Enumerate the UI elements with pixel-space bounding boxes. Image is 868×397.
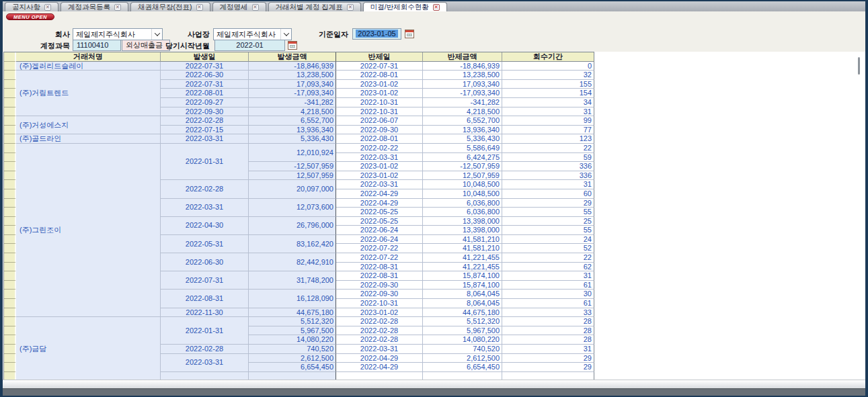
cell-settlement-amount[interactable]: 5,336,430 <box>423 134 502 144</box>
cell-occurrence-amount[interactable]: 83,162,420 <box>249 235 336 253</box>
row-selector[interactable] <box>4 345 16 354</box>
cell-collection-days[interactable]: 22 <box>502 144 594 153</box>
cell-occurrence-amount[interactable]: -12,507,959 <box>249 162 336 171</box>
cell-settlement-amount[interactable]: 44,675,180 <box>423 308 502 318</box>
cell-occurrence-date[interactable]: 2022-07-31 <box>161 80 249 89</box>
row-selector[interactable] <box>4 162 16 171</box>
cell-collection-days[interactable]: 52 <box>502 244 594 253</box>
row-selector[interactable] <box>4 235 16 245</box>
row-selector[interactable] <box>4 134 16 144</box>
cell-occurrence-date[interactable]: 2022-06-30 <box>161 71 249 80</box>
chevron-down-icon[interactable] <box>280 29 291 40</box>
row-selector[interactable] <box>4 271 16 281</box>
row-selector[interactable] <box>4 153 16 163</box>
cell-settlement-date[interactable]: 2022-07-22 <box>336 244 423 253</box>
cell-settlement-amount[interactable]: 41,581,210 <box>423 244 502 253</box>
row-selector[interactable] <box>4 281 16 290</box>
row-selector[interactable] <box>4 299 16 308</box>
cell-occurrence-date[interactable]: 2022-01-31 <box>161 144 249 180</box>
tab-close-icon[interactable]: ✕ <box>433 4 440 11</box>
cell-occurrence-amount[interactable]: 2,612,500 <box>249 354 336 363</box>
row-selector[interactable] <box>4 290 16 299</box>
cell-settlement-date[interactable]: 2022-09-30 <box>336 281 423 290</box>
row-selector[interactable] <box>4 171 16 181</box>
cell-settlement-amount[interactable]: 13,398,000 <box>423 226 502 235</box>
cell-collection-days[interactable]: 31 <box>502 345 594 354</box>
cell-settlement-amount[interactable]: 12,507,959 <box>423 171 502 181</box>
row-selector[interactable] <box>4 253 16 263</box>
cell-collection-days[interactable]: 123 <box>502 134 594 144</box>
cell-settlement-amount[interactable]: 13,398,000 <box>423 217 502 226</box>
cell-occurrence-amount[interactable]: 5,967,500 <box>249 326 336 336</box>
cell-settlement-date[interactable]: 2022-08-01 <box>336 134 423 144</box>
cell-collection-days[interactable]: 28 <box>502 335 594 345</box>
cell-collection-days[interactable]: 99 <box>502 116 594 126</box>
cell-customer-name[interactable]: (주)겔러리드슬레이 <box>16 62 161 71</box>
row-selector[interactable] <box>4 363 16 372</box>
cell-occurrence-amount[interactable]: 12,507,959 <box>249 171 336 181</box>
tab-close-icon[interactable]: ✕ <box>44 4 51 11</box>
cell-settlement-date[interactable]: 2022-03-31 <box>336 153 423 163</box>
tab-close-icon[interactable]: ✕ <box>347 4 354 11</box>
cell-settlement-amount[interactable]: 10,048,500 <box>423 180 502 189</box>
row-selector[interactable] <box>4 62 16 71</box>
cell-collection-days[interactable]: 336 <box>502 171 594 181</box>
calendar-icon[interactable] <box>405 30 414 38</box>
menu-open-button[interactable]: MENU OPEN <box>6 13 54 20</box>
row-selector[interactable] <box>4 180 16 189</box>
row-selector[interactable] <box>4 199 16 208</box>
cell-collection-days[interactable]: 55 <box>502 226 594 235</box>
row-selector[interactable] <box>4 189 16 199</box>
vertical-scrollbar[interactable] <box>858 57 860 75</box>
cell-occurrence-amount[interactable] <box>249 372 336 380</box>
cell-settlement-amount[interactable]: 6,654,450 <box>423 363 502 372</box>
cell-settlement-amount[interactable]: 5,586,649 <box>423 144 502 153</box>
cell-collection-days[interactable] <box>502 372 594 380</box>
cell-occurrence-amount[interactable]: 5,512,320 <box>249 317 336 326</box>
cell-occurrence-amount[interactable]: 13,238,500 <box>249 71 336 80</box>
cell-occurrence-date[interactable]: 2022-03-31 <box>161 354 249 372</box>
cell-settlement-amount[interactable]: 15,874,100 <box>423 271 502 281</box>
cell-settlement-date[interactable]: 2022-07-22 <box>336 253 423 263</box>
cell-settlement-date[interactable]: 2022-02-22 <box>336 144 423 153</box>
cell-settlement-amount[interactable]: 4,218,500 <box>423 107 502 117</box>
cell-occurrence-amount[interactable]: 14,080,220 <box>249 335 336 345</box>
cell-settlement-date[interactable]: 2022-09-30 <box>336 126 423 135</box>
cell-settlement-date[interactable]: 2022-10-31 <box>336 98 423 107</box>
row-selector[interactable] <box>4 354 16 363</box>
cell-settlement-amount[interactable]: 41,581,210 <box>423 235 502 245</box>
horizontal-scrollbar[interactable] <box>3 380 865 388</box>
tab-4[interactable]: 계정명세✕ <box>212 2 266 11</box>
cell-occurrence-amount[interactable]: 26,796,000 <box>249 217 336 235</box>
cell-occurrence-amount[interactable]: 82,442,910 <box>249 253 336 271</box>
row-selector[interactable] <box>4 226 16 235</box>
cell-settlement-amount[interactable]: -12,507,959 <box>423 162 502 171</box>
cell-occurrence-date[interactable] <box>161 372 249 380</box>
cell-occurrence-amount[interactable]: 12,073,600 <box>249 199 336 217</box>
cell-occurrence-amount[interactable]: 4,218,500 <box>249 107 336 117</box>
cell-occurrence-date[interactable]: 2022-09-30 <box>161 107 249 117</box>
cell-settlement-amount[interactable]: 5,512,320 <box>423 317 502 326</box>
cell-occurrence-amount[interactable]: -341,282 <box>249 98 336 107</box>
cell-collection-days[interactable]: 59 <box>502 153 594 163</box>
cell-collection-days[interactable]: 32 <box>502 71 594 80</box>
cell-customer-name[interactable]: (주)거성에스지 <box>16 116 161 134</box>
cell-settlement-date[interactable]: 2022-02-28 <box>336 317 423 326</box>
cell-settlement-date[interactable]: 2022-04-29 <box>336 189 423 199</box>
tab-1[interactable]: 공지사항✕ <box>5 2 58 11</box>
row-selector[interactable] <box>4 107 16 117</box>
company-select[interactable]: 제일제지주식회사 <box>73 28 163 40</box>
cell-settlement-date[interactable]: 2022-10-31 <box>336 299 423 308</box>
cell-settlement-date[interactable]: 2022-10-31 <box>336 107 423 117</box>
cell-settlement-date[interactable]: 2022-03-31 <box>336 345 423 354</box>
cell-settlement-date[interactable] <box>336 372 423 380</box>
cell-settlement-date[interactable]: 2022-04-29 <box>336 199 423 208</box>
cell-settlement-amount[interactable]: 41,221,455 <box>423 253 502 263</box>
cell-occurrence-date[interactable]: 2022-02-28 <box>161 345 249 354</box>
cell-occurrence-date[interactable]: 2022-01-31 <box>161 317 249 345</box>
cell-settlement-amount[interactable]: 14,080,220 <box>423 335 502 345</box>
row-selector[interactable] <box>4 244 16 253</box>
cell-occurrence-date[interactable]: 2022-11-30 <box>161 308 249 318</box>
cell-settlement-amount[interactable]: 13,238,500 <box>423 71 502 80</box>
cell-settlement-date[interactable]: 2022-08-31 <box>336 263 423 272</box>
